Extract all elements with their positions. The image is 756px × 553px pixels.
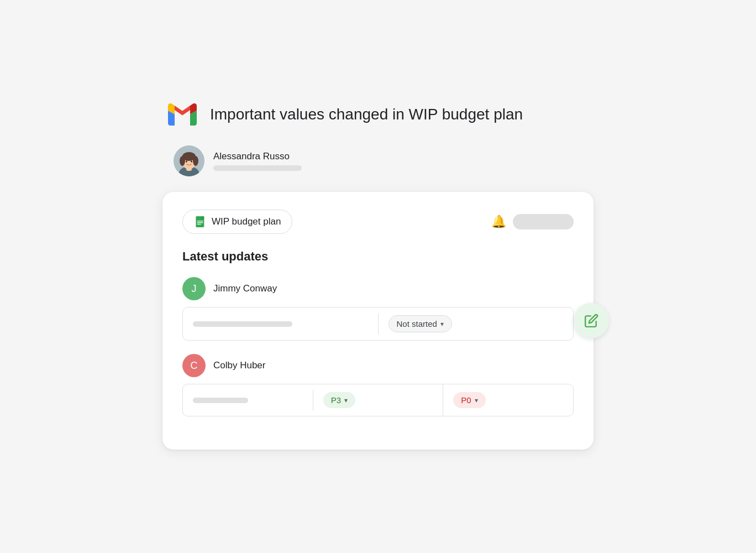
user-avatar-jimmy: J <box>182 277 206 300</box>
update-card: WIP budget plan 🔔 Latest updates JJimmy … <box>162 192 594 450</box>
sheet-name: WIP budget plan <box>212 216 281 227</box>
user-avatar-colby: C <box>182 354 206 377</box>
svg-rect-10 <box>196 216 201 227</box>
gmail-logo-icon <box>168 103 197 126</box>
status-label: Not started <box>397 319 437 328</box>
status-pill-p3[interactable]: P3▾ <box>323 392 355 408</box>
chevron-down-icon: ▾ <box>344 397 348 404</box>
sender-name: Alessandra Russo <box>213 151 302 162</box>
notification-area: 🔔 <box>491 214 574 229</box>
bell-icon[interactable]: 🔔 <box>491 215 506 229</box>
svg-rect-12 <box>197 222 203 223</box>
card-top: WIP budget plan 🔔 <box>182 210 574 234</box>
data-row-jimmy: Not started▾ <box>182 307 574 341</box>
sheet-pill[interactable]: WIP budget plan <box>182 210 292 234</box>
data-cell-jimmy-1[interactable]: Not started▾ <box>379 307 574 340</box>
google-sheets-icon <box>194 216 206 228</box>
svg-point-7 <box>186 161 187 163</box>
update-item-jimmy: JJimmy ConwayNot started▾ <box>182 277 574 341</box>
data-bar <box>193 321 292 327</box>
data-cell-colby-2[interactable]: P0▾ <box>443 384 573 416</box>
svg-rect-11 <box>197 221 203 221</box>
updates-container: JJimmy ConwayNot started▾CColby HuberP3▾… <box>182 277 574 416</box>
sender-section: Alessandra Russo <box>162 145 594 176</box>
user-name-colby: Colby Huber <box>213 360 266 371</box>
email-container: Important values changed in WIP budget p… <box>162 103 594 450</box>
sender-avatar <box>174 145 204 176</box>
svg-point-6 <box>193 156 198 166</box>
chevron-down-icon: ▾ <box>440 320 444 328</box>
status-pill-not-started[interactable]: Not started▾ <box>389 315 452 332</box>
data-cell-colby-0 <box>183 390 313 411</box>
section-title: Latest updates <box>182 249 574 264</box>
status-label: P3 <box>331 395 341 405</box>
status-label: P0 <box>461 395 471 405</box>
update-header-colby: CColby Huber <box>182 354 574 377</box>
sender-avatar-illustration <box>174 145 204 176</box>
data-cell-jimmy-0 <box>183 314 379 335</box>
status-pill-p0[interactable]: P0▾ <box>453 392 485 408</box>
svg-point-8 <box>191 161 192 163</box>
email-header: Important values changed in WIP budget p… <box>162 103 594 126</box>
data-bar <box>193 398 248 403</box>
data-row-colby: P3▾P0▾ <box>182 384 574 416</box>
svg-rect-14 <box>201 216 204 220</box>
notification-bar <box>513 214 574 229</box>
sender-email-bar <box>213 165 302 171</box>
sender-info: Alessandra Russo <box>213 151 302 171</box>
update-header-jimmy: JJimmy Conway <box>182 277 574 300</box>
update-item-colby: CColby HuberP3▾P0▾ <box>182 354 574 416</box>
user-name-jimmy: Jimmy Conway <box>213 283 277 294</box>
pencil-icon <box>584 314 599 328</box>
svg-rect-13 <box>197 224 201 225</box>
edit-fab-button[interactable] <box>574 303 609 338</box>
email-subject: Important values changed in WIP budget p… <box>210 105 523 124</box>
svg-point-5 <box>180 156 185 166</box>
chevron-down-icon: ▾ <box>475 397 478 404</box>
data-cell-colby-1[interactable]: P3▾ <box>313 384 444 416</box>
